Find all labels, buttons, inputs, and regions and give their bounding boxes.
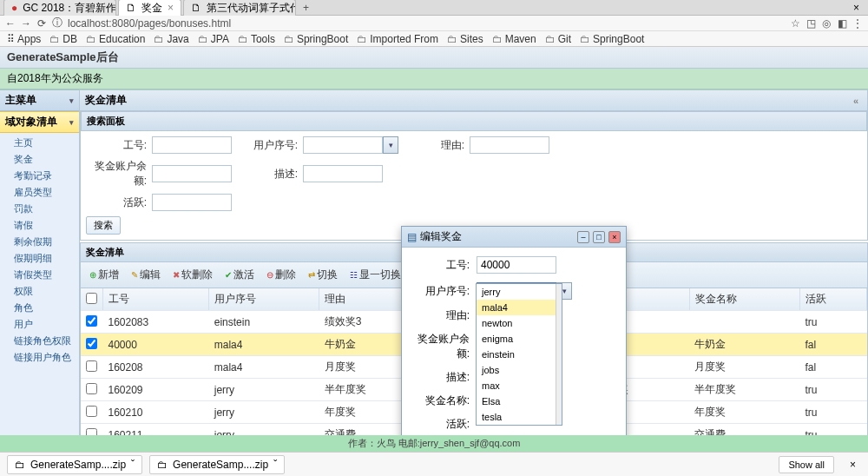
- sidebar-item[interactable]: 奖金: [0, 151, 79, 168]
- edit-gh-input[interactable]: [477, 256, 556, 274]
- dialog-title: 编辑奖金: [420, 229, 462, 244]
- menu-icon[interactable]: ⋮: [852, 17, 863, 30]
- sidebar-item[interactable]: 角色: [0, 300, 79, 316]
- row-checkbox[interactable]: [86, 406, 97, 417]
- collapse-icon[interactable]: «: [853, 96, 858, 106]
- close-icon[interactable]: ×: [845, 459, 861, 471]
- sidebar-item[interactable]: 考勤记录: [0, 168, 79, 184]
- ext-icon[interactable]: ◎: [821, 17, 832, 30]
- swap-icon: ⇄: [308, 270, 315, 280]
- search-hy-input[interactable]: [152, 194, 232, 211]
- add-button[interactable]: ⊕新增: [84, 265, 124, 285]
- row-checkbox[interactable]: [86, 360, 97, 372]
- sidebar-item[interactable]: 链接角色权限: [0, 333, 79, 349]
- dropdown-option[interactable]: einstein: [477, 347, 562, 362]
- bookmark-folder[interactable]: 🗀Imported From: [357, 33, 438, 45]
- address-text[interactable]: localhost:8080/pages/bonuses.html: [68, 17, 785, 30]
- sidebar-item[interactable]: 主页: [0, 135, 79, 151]
- showone-button[interactable]: ☷显一切换: [345, 265, 406, 285]
- cell: [689, 311, 799, 334]
- edit-button[interactable]: ✎编辑: [126, 265, 166, 285]
- sidebar-item[interactable]: 链接用户角色: [0, 349, 79, 366]
- dropdown-option[interactable]: max: [477, 378, 562, 393]
- sidebar-item[interactable]: 假期明细: [0, 250, 79, 267]
- chevron-down-icon[interactable]: ˇ: [273, 459, 277, 471]
- row-checkbox[interactable]: [86, 315, 97, 327]
- scrollbar[interactable]: [556, 284, 562, 425]
- search-jjzhye-input[interactable]: [152, 165, 232, 182]
- col-hy[interactable]: 活跃: [799, 288, 866, 311]
- sidebar-item[interactable]: 请假: [0, 217, 79, 234]
- col-gh[interactable]: 工号: [103, 288, 209, 311]
- sidebar-item[interactable]: 雇员类型: [0, 184, 79, 201]
- new-tab-button[interactable]: +: [298, 2, 314, 14]
- bookmark-folder[interactable]: 🗀SpringBoot: [580, 33, 644, 45]
- browser-tab[interactable]: 🗋奖金×: [118, 0, 181, 17]
- sidebar-item[interactable]: 罚款: [0, 201, 79, 217]
- download-item[interactable]: 🗀GenerateSamp....zipˇ: [149, 455, 285, 474]
- sidebar-item[interactable]: 请假类型: [0, 267, 79, 283]
- star-icon[interactable]: ☆: [790, 17, 800, 30]
- search-yhxh-combo[interactable]: [303, 136, 383, 154]
- ext-icon[interactable]: ◳: [806, 17, 816, 30]
- bookmark-folder[interactable]: 🗀Java: [154, 33, 188, 45]
- dropdown-option[interactable]: mala4: [477, 300, 562, 315]
- dropdown-option[interactable]: tesla: [477, 409, 562, 425]
- dropdown-option[interactable]: jobs: [477, 362, 562, 378]
- col-jjmc[interactable]: 奖金名称: [689, 288, 799, 311]
- dropdown-option[interactable]: enigma: [477, 331, 562, 347]
- row-checkbox[interactable]: [86, 428, 97, 436]
- select-all-checkbox[interactable]: [86, 293, 97, 304]
- sidebar-group-domain[interactable]: 域对象清单▾: [0, 111, 79, 133]
- bookmark-folder[interactable]: 🗀SpringBoot: [284, 33, 348, 45]
- label-jjzhye: 奖金账户余额:: [411, 332, 477, 361]
- window-close-icon[interactable]: ×: [848, 2, 865, 14]
- chevron-down-icon[interactable]: ▾: [383, 136, 398, 154]
- search-button[interactable]: 搜索: [86, 216, 121, 235]
- close-icon[interactable]: ×: [168, 2, 174, 14]
- activate-button[interactable]: ✔激活: [220, 265, 260, 285]
- dropdown-option[interactable]: newton: [477, 315, 562, 331]
- search-gh-input[interactable]: [152, 136, 232, 154]
- swap-button[interactable]: ⇄切换: [303, 265, 343, 285]
- search-ms-input[interactable]: [303, 165, 383, 182]
- softdelete-button[interactable]: ✖软删除: [168, 265, 218, 285]
- browser-tab[interactable]: 🗋第三代动词算子式代码生×: [183, 0, 296, 17]
- browser-tabbar: ●GC 2018：育碧新作《纪元× 🗋奖金× 🗋第三代动词算子式代码生× + ×: [0, 0, 868, 16]
- reload-icon[interactable]: ⟳: [36, 17, 47, 30]
- minimize-icon[interactable]: –: [577, 231, 589, 243]
- sidebar-item[interactable]: 用户: [0, 316, 79, 333]
- cell: 月度奖: [689, 356, 799, 379]
- cell: 40000: [103, 334, 209, 356]
- col-yhxh[interactable]: 用户序号: [209, 288, 319, 311]
- sidebar-item[interactable]: 权限: [0, 283, 79, 300]
- sidebar-item[interactable]: 剩余假期: [0, 234, 79, 250]
- label-jjzhye: 奖金账户余额:: [86, 159, 147, 188]
- bookmark-folder[interactable]: 🗀Maven: [492, 33, 536, 45]
- close-icon[interactable]: ×: [608, 231, 621, 243]
- sidebar-group-main[interactable]: 主菜单▾: [0, 89, 79, 111]
- forward-icon[interactable]: →: [21, 17, 31, 30]
- dropdown-option[interactable]: jerry: [477, 284, 562, 300]
- apps-icon[interactable]: ⠿ Apps: [7, 33, 41, 45]
- delete-button[interactable]: ⊖删除: [261, 265, 301, 285]
- back-icon[interactable]: ←: [5, 17, 16, 30]
- bookmark-folder[interactable]: 🗀Education: [86, 33, 145, 45]
- bookmark-folder[interactable]: 🗀Git: [545, 33, 571, 45]
- dropdown-option[interactable]: Elsa: [477, 393, 562, 409]
- show-all-button[interactable]: Show all: [779, 456, 834, 473]
- search-ly-input[interactable]: [470, 136, 549, 154]
- bookmark-folder[interactable]: 🗀DB: [49, 33, 77, 45]
- maximize-icon[interactable]: □: [593, 231, 605, 243]
- row-checkbox[interactable]: [86, 383, 97, 394]
- row-checkbox[interactable]: [86, 338, 97, 349]
- ext-icon[interactable]: ◧: [837, 17, 847, 30]
- chevron-down-icon[interactable]: ˇ: [131, 459, 135, 471]
- bookmark-folder[interactable]: 🗀JPA: [198, 33, 229, 45]
- bookmark-folder[interactable]: 🗀Sites: [447, 33, 483, 45]
- bookmark-folder[interactable]: 🗀Tools: [238, 33, 275, 45]
- info-icon[interactable]: ⓘ: [52, 16, 62, 30]
- browser-tab[interactable]: ●GC 2018：育碧新作《纪元×: [3, 0, 116, 17]
- sidebar-list: 主页 奖金 考勤记录 雇员类型 罚款 请假 剩余假期 假期明细 请假类型 权限 …: [0, 133, 79, 367]
- download-item[interactable]: 🗀GenerateSamp....zipˇ: [7, 455, 142, 474]
